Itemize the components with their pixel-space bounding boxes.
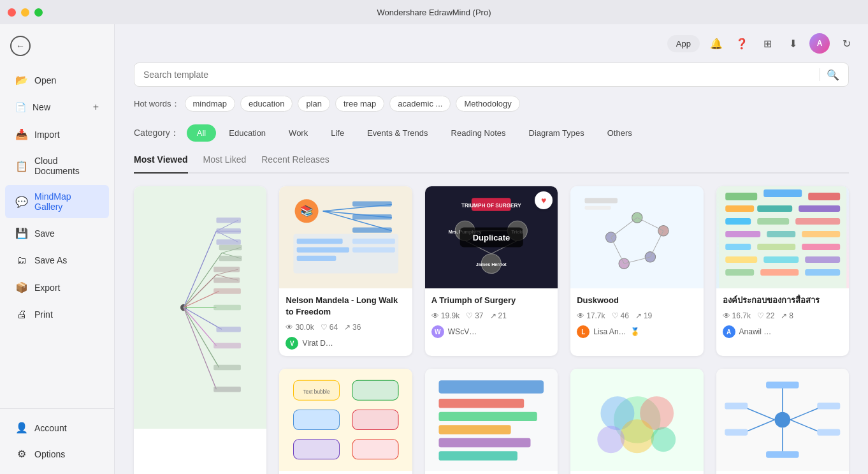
share-icon: ↗	[490, 311, 496, 320]
minimize-dot[interactable]	[21, 8, 29, 17]
help-icon[interactable]: ❓	[733, 34, 751, 52]
hot-word-academic[interactable]: academic ...	[389, 96, 451, 112]
card-1[interactable]	[134, 186, 266, 474]
svg-rect-70	[808, 193, 840, 200]
eye-icon: 👁	[577, 311, 584, 320]
eye-icon: 👁	[723, 311, 730, 320]
back-icon[interactable]: ←	[10, 36, 31, 56]
account-icon: 👤	[15, 422, 28, 434]
card-thai[interactable]: องค์ประกอบของการสื่อสาร 👁 16.7k ♡ 22 ↗ 8…	[716, 186, 849, 356]
card-nelson-thumb: 📚	[279, 186, 412, 288]
card-duskwood-thumb	[570, 186, 703, 288]
download-icon[interactable]: ⬇	[784, 34, 802, 52]
search-button[interactable]: 🔍	[827, 69, 839, 81]
sidebar: ← 📂 Open 📄 New + 📥 Import 📋 Cloud Docume…	[0, 24, 115, 474]
card-nelson[interactable]: 📚	[279, 186, 412, 356]
svg-rect-29	[214, 387, 242, 392]
svg-rect-94	[293, 440, 339, 459]
refresh-icon[interactable]: ↻	[837, 34, 855, 52]
svg-rect-86	[725, 269, 754, 276]
search-bar: 🔍	[134, 63, 849, 87]
search-input[interactable]	[143, 70, 813, 80]
sidebar-item-account[interactable]: 👤 Account	[5, 415, 109, 440]
card-bars[interactable]	[425, 369, 558, 474]
card-duskwood[interactable]: Duskwood 👁 17.7k ♡ 46 ↗ 19 L Lisa An… 🥇	[570, 186, 703, 356]
sidebar-label-export: Export	[34, 283, 60, 293]
svg-point-55	[605, 232, 616, 242]
svg-rect-82	[802, 244, 840, 250]
svg-rect-76	[795, 218, 840, 225]
category-events[interactable]: Events & Trends	[357, 124, 438, 142]
plus-icon[interactable]: +	[93, 101, 99, 113]
category-bar: Category： All Education Work Life Events…	[134, 124, 849, 142]
category-work[interactable]: Work	[278, 124, 318, 142]
sidebar-label-import: Import	[34, 130, 60, 140]
svg-rect-98	[439, 412, 537, 421]
avatar-initials: A	[817, 39, 823, 48]
topbar: App 🔔 ❓ ⊞ ⬇ A ↻	[115, 24, 868, 63]
sidebar-item-export[interactable]: 📦 Export	[5, 275, 109, 300]
app-button[interactable]: App	[667, 35, 700, 52]
saveas-icon: 🗂	[15, 255, 28, 266]
svg-rect-100	[439, 438, 531, 447]
duplicate-button[interactable]: Duplicate	[460, 228, 523, 248]
grid-icon[interactable]: ⊞	[758, 34, 776, 52]
bell-icon[interactable]: 🔔	[707, 34, 725, 52]
card-chat[interactable]: Text bubble	[279, 369, 412, 474]
heart-button[interactable]: ♥	[535, 191, 553, 209]
eye-icon: 👁	[286, 323, 293, 332]
svg-line-113	[790, 407, 821, 420]
tab-most-viewed[interactable]: Most Viewed	[134, 154, 188, 174]
svg-rect-79	[802, 231, 840, 237]
tab-most-liked[interactable]: Most Liked	[203, 154, 247, 167]
sidebar-label-save: Save	[34, 228, 55, 239]
category-education[interactable]: Education	[219, 124, 276, 142]
svg-rect-39	[296, 239, 342, 244]
sidebar-item-save[interactable]: 💾 Save	[5, 221, 109, 246]
close-dot[interactable]	[8, 8, 16, 17]
sidebar-item-import[interactable]: 📥 Import	[5, 122, 109, 147]
tab-recent-releases[interactable]: Recent Releases	[261, 154, 329, 167]
card-surgery[interactable]: ♥ TRIUMPH OF SURGERY Mrs. Pumphrey Trick…	[425, 186, 558, 356]
svg-rect-120	[817, 429, 840, 436]
category-others[interactable]: Others	[597, 124, 642, 142]
category-diagram[interactable]: Diagram Types	[519, 124, 595, 142]
card-pertanyaan-body: Pertanyaan dan jawaban 👁 14.0k	[716, 471, 849, 474]
hot-word-plan[interactable]: plan	[298, 96, 330, 112]
category-reading[interactable]: Reading Notes	[441, 124, 516, 142]
sidebar-item-new[interactable]: 📄 New +	[5, 95, 109, 119]
import-icon: 📥	[15, 128, 28, 140]
category-life[interactable]: Life	[321, 124, 354, 142]
sidebar-item-cloud[interactable]: 📋 Cloud Documents	[5, 149, 109, 182]
svg-rect-19	[217, 239, 241, 245]
maximize-dot[interactable]	[34, 8, 43, 17]
hot-word-treemap[interactable]: tree map	[335, 96, 384, 112]
sidebar-item-mindmap[interactable]: 💬 MindMap Gallery	[5, 185, 109, 218]
card-circles[interactable]	[570, 369, 703, 474]
svg-rect-36	[352, 214, 392, 219]
heart-icon: ♡	[466, 311, 473, 320]
hot-word-education[interactable]: education	[240, 96, 293, 112]
card-pertanyaan[interactable]: Pertanyaan dan jawaban 👁 14.0k	[716, 369, 849, 474]
card-circles-thumb	[570, 369, 703, 471]
category-all[interactable]: All	[187, 124, 216, 142]
svg-rect-119	[817, 403, 840, 410]
hot-word-methodology[interactable]: Methodology	[456, 96, 519, 112]
sidebar-item-print[interactable]: 🖨 Print	[5, 302, 109, 327]
svg-line-7	[184, 307, 217, 346]
hot-word-mindmap[interactable]: mindmap	[185, 96, 235, 112]
svg-rect-81	[757, 244, 795, 250]
back-button[interactable]: ←	[0, 31, 114, 61]
svg-rect-75	[757, 218, 789, 225]
card-duskwood-title: Duskwood	[577, 295, 697, 306]
card-thai-body: องค์ประกอบของการสื่อสาร 👁 16.7k ♡ 22 ↗ 8…	[716, 288, 849, 344]
sidebar-item-saveas[interactable]: 🗂 Save As	[5, 248, 109, 272]
card-nelson-author: V Virat D…	[286, 337, 405, 350]
hot-words-label: Hot words：	[134, 98, 180, 110]
sidebar-label-saveas: Save As	[34, 255, 67, 265]
sidebar-item-options[interactable]: ⚙ Options	[5, 441, 109, 466]
author-avatar: A	[723, 325, 735, 338]
card-surgery-author: W WScV…	[431, 325, 551, 338]
sidebar-item-open[interactable]: 📂 Open	[5, 68, 109, 93]
user-avatar[interactable]: A	[809, 33, 830, 54]
